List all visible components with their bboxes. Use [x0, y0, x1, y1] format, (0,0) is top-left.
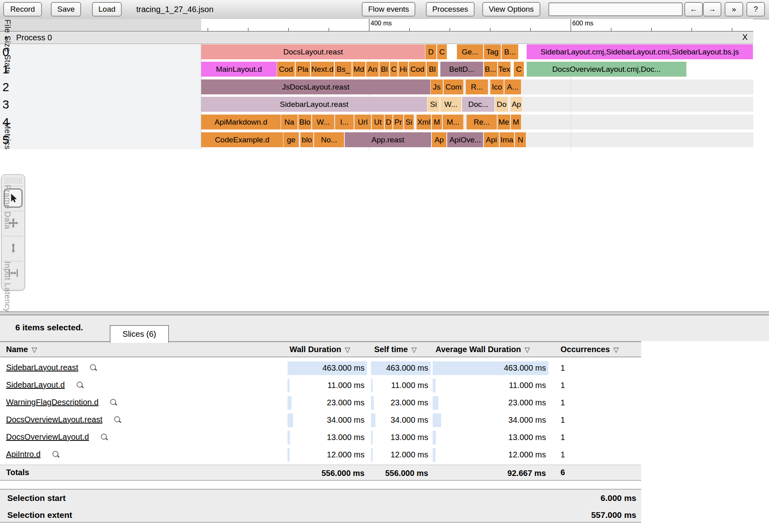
magnifier-icon[interactable]	[75, 381, 84, 390]
tab-slices[interactable]: Slices (6)	[110, 325, 169, 343]
trace-slice[interactable]: M	[432, 115, 442, 129]
trace-slice[interactable]: Blo	[298, 115, 312, 129]
trace-slice[interactable]: An	[366, 62, 379, 77]
record-button[interactable]: Record	[3, 2, 42, 17]
trace-slice[interactable]: Hi	[398, 62, 408, 77]
trace-slice[interactable]: Ge...	[457, 44, 483, 59]
find-next-button[interactable]: →	[703, 2, 721, 17]
trace-slice[interactable]: D	[425, 44, 437, 59]
expand-toolbar-button[interactable]: »	[725, 2, 743, 17]
magnifier-icon[interactable]	[100, 433, 108, 442]
trace-slice[interactable]: App.reast	[345, 132, 431, 147]
slice-name-link[interactable]: SidebarLayout.d	[6, 380, 65, 390]
trace-slice[interactable]: Tex	[498, 62, 511, 77]
trace-slice[interactable]: Ap	[432, 132, 447, 147]
trace-slice[interactable]: A...	[504, 79, 521, 94]
trace-slice[interactable]: Bl	[379, 62, 390, 77]
trace-slice[interactable]: Pr	[393, 115, 404, 129]
trace-slice[interactable]: Xml	[417, 115, 431, 129]
sort-arrow-icon[interactable]: ▽	[345, 346, 350, 354]
trace-slice[interactable]: Ima	[500, 132, 515, 147]
trace-slice[interactable]: Me	[498, 115, 511, 129]
trace-slice[interactable]: M...	[443, 115, 464, 129]
process-close-button[interactable]: X	[742, 33, 748, 42]
trace-slice[interactable]: DocsOverviewLayout.cmj,Doc...	[527, 62, 687, 77]
trace-slice[interactable]: ApiMarkdown.d	[201, 115, 281, 129]
trace-slice[interactable]: C	[437, 44, 447, 59]
slice-name-link[interactable]: ApiIntro.d	[6, 450, 41, 459]
magnifier-icon[interactable]	[113, 415, 122, 424]
trace-slice[interactable]: I...	[335, 115, 354, 129]
sort-arrow-icon[interactable]: ▽	[525, 346, 530, 354]
trace-slice[interactable]: Bl	[427, 62, 438, 77]
slice-name-link[interactable]: WarningFlagDescription.d	[6, 398, 98, 407]
trace-slice[interactable]: N	[515, 132, 526, 147]
column-header-average-wall-duration[interactable]: Average Wall Duration▽	[436, 345, 530, 354]
column-header-occurrences[interactable]: Occurrences▽	[561, 345, 619, 354]
trace-slice[interactable]: Do	[495, 97, 508, 112]
slice-name-link[interactable]: DocsOverviewLayout.d	[6, 432, 89, 442]
trace-slice[interactable]: JsDocsLayout.reast	[201, 79, 431, 94]
trace-slice[interactable]: Bs_	[335, 62, 352, 77]
trace-slice[interactable]: Cod	[277, 62, 295, 77]
trace-slice[interactable]: blo	[300, 132, 314, 147]
sidebar-tab-file-size-stats[interactable]: File Size Stats	[3, 19, 12, 74]
trace-slice[interactable]: Re...	[467, 115, 497, 129]
trace-slice[interactable]: D	[385, 115, 393, 129]
trace-slice[interactable]: Md	[352, 62, 366, 77]
view-options-button[interactable]: View Options	[482, 2, 540, 17]
load-button[interactable]: Load	[92, 2, 122, 17]
trace-slice[interactable]: Js	[431, 79, 443, 94]
trace-slice[interactable]: Tag	[484, 44, 501, 59]
trace-slice[interactable]: MainLayout.d	[201, 62, 277, 77]
trace-slice[interactable]: C	[514, 62, 524, 77]
trace-slice[interactable]: Com	[444, 79, 464, 94]
sort-arrow-icon[interactable]: ▽	[31, 346, 37, 354]
sort-arrow-icon[interactable]: ▽	[613, 346, 619, 354]
zoom-tool-button[interactable]	[4, 238, 23, 258]
trace-slice[interactable]: R...	[466, 79, 488, 94]
processes-button[interactable]: Processes	[426, 2, 475, 17]
magnifier-icon[interactable]	[109, 398, 118, 407]
panel-splitter[interactable]	[0, 311, 769, 315]
search-input[interactable]	[548, 2, 683, 16]
sidebar-tab-input-latency[interactable]: Input Latency	[3, 261, 12, 292]
flow-events-button[interactable]: Flow events	[362, 2, 415, 17]
trace-slice[interactable]: Next.d	[311, 62, 334, 77]
trace-slice[interactable]: DocsLayout.reast	[201, 44, 425, 59]
trace-slice[interactable]: Pla	[296, 62, 311, 77]
trace-slice[interactable]: B...	[502, 44, 519, 59]
trace-slice[interactable]: Ico	[490, 79, 504, 94]
slice-name-link[interactable]: SidebarLayout.reast	[6, 363, 78, 372]
trace-slice[interactable]: Doc...	[462, 97, 495, 112]
trace-slice[interactable]: ge	[283, 132, 299, 147]
sidebar-tab-metrics[interactable]: Metrics	[3, 122, 12, 150]
trace-slice[interactable]: ApiOve...	[447, 132, 483, 147]
trace-slice[interactable]: SidebarLayout.cmj,SidebarLayout.cmi,Side…	[527, 44, 753, 59]
trace-slice[interactable]: SidebarLayout.reast	[201, 97, 427, 112]
column-header-name[interactable]: Name▽	[6, 345, 37, 354]
trace-slice[interactable]: Si	[404, 115, 414, 129]
trace-slice[interactable]: BeltD...	[440, 62, 483, 77]
slice-name-link[interactable]: DocsOverviewLayout.reast	[6, 415, 102, 424]
trace-slice[interactable]: B...	[484, 62, 498, 77]
save-button[interactable]: Save	[51, 2, 81, 17]
trace-slice[interactable]: Cod	[409, 62, 426, 77]
column-header-wall-duration[interactable]: Wall Duration▽	[290, 345, 350, 354]
trace-slice[interactable]: Na	[281, 115, 298, 129]
column-header-self-time[interactable]: Self time▽	[374, 345, 417, 354]
sort-arrow-icon[interactable]: ▽	[411, 346, 417, 354]
trace-slice[interactable]: C	[390, 62, 398, 77]
magnifier-icon[interactable]	[89, 363, 98, 372]
trace-slice[interactable]: CodeExample.d	[201, 132, 283, 147]
trace-slice[interactable]: Api	[484, 132, 499, 147]
trace-slice[interactable]: W...	[312, 115, 335, 129]
trace-slice[interactable]: Ap	[511, 97, 523, 112]
sidebar-tab-frame-data[interactable]: Frame Data	[3, 185, 12, 229]
palette-drag-handle[interactable]	[4, 177, 22, 184]
trace-slice[interactable]: Ut	[372, 115, 384, 129]
trace-slice[interactable]: No...	[314, 132, 344, 147]
trace-slice[interactable]: Url	[354, 115, 371, 129]
trace-slice[interactable]: W...	[440, 97, 462, 112]
trace-slice[interactable]: M	[511, 115, 521, 129]
